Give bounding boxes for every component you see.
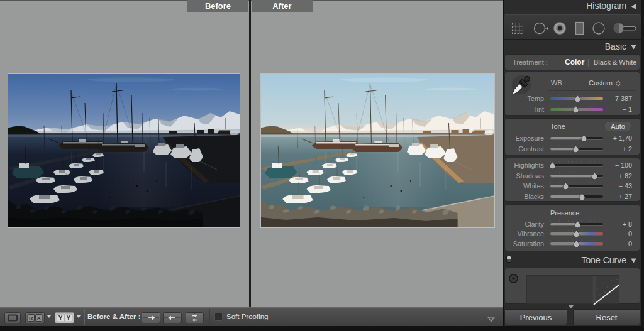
svg-text:A: A [37, 315, 42, 322]
svg-text:Y: Y [58, 315, 63, 322]
svg-text:R: R [29, 315, 33, 322]
svg-text:Y: Y [66, 315, 70, 322]
